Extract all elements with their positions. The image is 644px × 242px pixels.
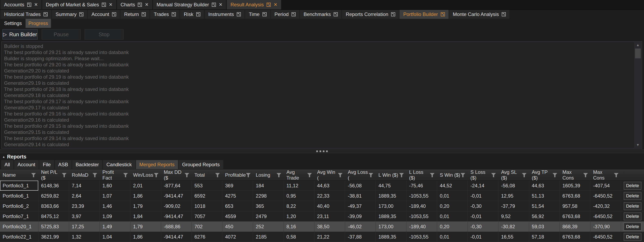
value-cell[interactable]: 653 <box>222 201 253 211</box>
column-header[interactable]: L Loss ($) <box>406 170 437 180</box>
reports-tab[interactable]: File <box>39 160 54 169</box>
value-cell[interactable]: -56,08 <box>345 181 376 191</box>
close-icon[interactable]: ✕ <box>274 3 277 7</box>
log-scrollbar[interactable]: ▲ ▼ <box>634 42 642 148</box>
value-cell[interactable]: 1,84 <box>130 211 161 221</box>
value-cell[interactable]: -24,14 <box>468 181 498 191</box>
value-cell[interactable]: 369 <box>222 181 253 191</box>
column-header[interactable]: Avg TP ($) <box>529 170 560 180</box>
pause-button[interactable]: Pause <box>42 29 80 40</box>
analysis-tab[interactable]: Time <box>245 10 270 19</box>
value-cell[interactable]: -877,64 <box>161 181 192 191</box>
value-cell[interactable]: -0,01 <box>468 232 498 242</box>
document-tab[interactable]: Charts ✕ <box>117 0 152 10</box>
column-header[interactable]: Max DD ($ <box>161 170 192 180</box>
value-cell[interactable]: -407,54 <box>590 181 621 191</box>
column-header[interactable]: RoMaD <box>69 170 100 180</box>
value-cell[interactable]: -37,79 <box>498 201 529 211</box>
delete-button[interactable]: Delete <box>624 223 641 230</box>
reports-tab[interactable]: ASB <box>55 160 72 169</box>
value-cell[interactable]: -9414,47 <box>161 211 192 221</box>
value-cell[interactable]: 553 <box>192 181 222 191</box>
value-cell[interactable]: 4559 <box>222 211 253 221</box>
scroll-up-icon[interactable]: ▲ <box>634 42 642 48</box>
analysis-tab[interactable]: Instruments <box>205 10 244 19</box>
value-cell[interactable]: 173,00 <box>376 201 406 211</box>
column-header[interactable]: Win/Loss <box>130 170 161 180</box>
value-cell[interactable]: 6763,68 <box>560 211 590 221</box>
value-cell[interactable]: 6592 <box>192 191 222 201</box>
value-cell[interactable]: -39,09 <box>345 211 376 221</box>
close-icon[interactable]: ✕ <box>109 3 112 7</box>
value-cell[interactable]: 1,46 <box>100 201 130 211</box>
column-header[interactable]: Max Cons <box>590 170 621 180</box>
value-cell[interactable]: -0,30 <box>468 221 498 231</box>
filter-icon[interactable] <box>307 173 312 177</box>
value-cell[interactable]: -6450,52 <box>590 232 621 242</box>
value-cell[interactable]: 0,58 <box>284 232 314 242</box>
analysis-tab[interactable]: Reports Correlation <box>342 10 399 19</box>
value-cell[interactable]: 1,79 <box>130 221 161 231</box>
value-cell[interactable]: 8,16 <box>284 221 314 231</box>
filter-icon[interactable] <box>583 173 588 177</box>
popout-icon[interactable] <box>79 12 84 16</box>
value-cell[interactable]: 11,12 <box>284 181 314 191</box>
value-cell[interactable]: 1605,39 <box>560 181 590 191</box>
column-header[interactable]: Avg Win ( <box>314 170 345 180</box>
column-header[interactable]: Avg SL ($) <box>498 170 529 180</box>
column-header[interactable]: Losing <box>253 170 284 180</box>
builder-view-tab[interactable]: Progress <box>26 19 51 28</box>
delete-button[interactable]: Delete <box>624 192 641 200</box>
column-header[interactable]: Profitable <box>222 170 253 180</box>
document-tab[interactable]: Depth of Market & Sales ✕ <box>42 0 116 10</box>
name-cell[interactable]: Portfolio6_1 <box>0 191 38 201</box>
value-cell[interactable]: 1,09 <box>100 211 130 221</box>
close-icon[interactable]: ✕ <box>219 3 222 7</box>
filter-icon[interactable] <box>491 173 496 177</box>
value-cell[interactable]: 51,13 <box>529 191 560 201</box>
column-header[interactable]: S Loss ($) <box>468 170 498 180</box>
value-cell[interactable]: 0,95 <box>284 191 314 201</box>
value-cell[interactable]: 2,64 <box>69 191 100 201</box>
table-row[interactable]: Portfolio6_2 8363,66 23,39 1,46 1,79 -90… <box>0 201 644 211</box>
reports-tab[interactable]: Backtester <box>72 160 102 169</box>
value-cell[interactable]: 2,01 <box>130 181 161 191</box>
reports-tab[interactable]: Account <box>14 160 39 169</box>
value-cell[interactable]: 44,63 <box>529 181 560 191</box>
table-row[interactable]: Portfolio3_1 6148,36 7,14 1,60 2,01 -877… <box>0 181 644 191</box>
value-cell[interactable]: 12,95 <box>498 191 529 201</box>
delete-button[interactable]: Delete <box>624 182 641 190</box>
value-cell[interactable]: 2185 <box>253 232 284 242</box>
filter-icon[interactable] <box>338 173 343 177</box>
value-cell[interactable]: -30,82 <box>498 221 529 231</box>
value-cell[interactable]: 6148,36 <box>38 181 69 191</box>
value-cell[interactable]: -1053,55 <box>406 191 437 201</box>
value-cell[interactable]: 4072 <box>222 232 253 242</box>
popout-icon[interactable] <box>172 12 176 16</box>
popout-icon[interactable] <box>237 12 241 16</box>
analysis-tab[interactable]: Historical Trades <box>0 10 51 19</box>
value-cell[interactable]: -6450,52 <box>590 211 621 221</box>
value-cell[interactable]: 7,14 <box>69 181 100 191</box>
filter-icon[interactable] <box>246 173 251 177</box>
value-cell[interactable]: 1889,35 <box>376 232 406 242</box>
value-cell[interactable]: 7057 <box>192 211 222 221</box>
value-cell[interactable]: 0,20 <box>437 221 468 231</box>
value-cell[interactable]: 38,50 <box>314 221 345 231</box>
popout-icon[interactable] <box>138 3 142 7</box>
value-cell[interactable]: 2479 <box>253 211 284 221</box>
value-cell[interactable]: 957,58 <box>560 201 590 211</box>
name-cell[interactable]: Portfolio3_1 <box>0 181 38 191</box>
value-cell[interactable]: 17,25 <box>69 221 100 231</box>
reports-tab[interactable]: All <box>1 160 14 169</box>
value-cell[interactable]: 8363,66 <box>38 201 69 211</box>
value-cell[interactable]: 1,79 <box>130 201 161 211</box>
value-cell[interactable]: -0,30 <box>468 201 498 211</box>
delete-button[interactable]: Delete <box>624 233 641 241</box>
value-cell[interactable]: 4275 <box>222 191 253 201</box>
value-cell[interactable]: 1,60 <box>100 181 130 191</box>
column-header[interactable]: S Win ($) <box>437 170 468 180</box>
analysis-tab[interactable]: Account <box>88 10 120 19</box>
document-tab[interactable]: Result Analysis ✕ <box>227 0 281 10</box>
filter-icon[interactable] <box>368 173 373 177</box>
